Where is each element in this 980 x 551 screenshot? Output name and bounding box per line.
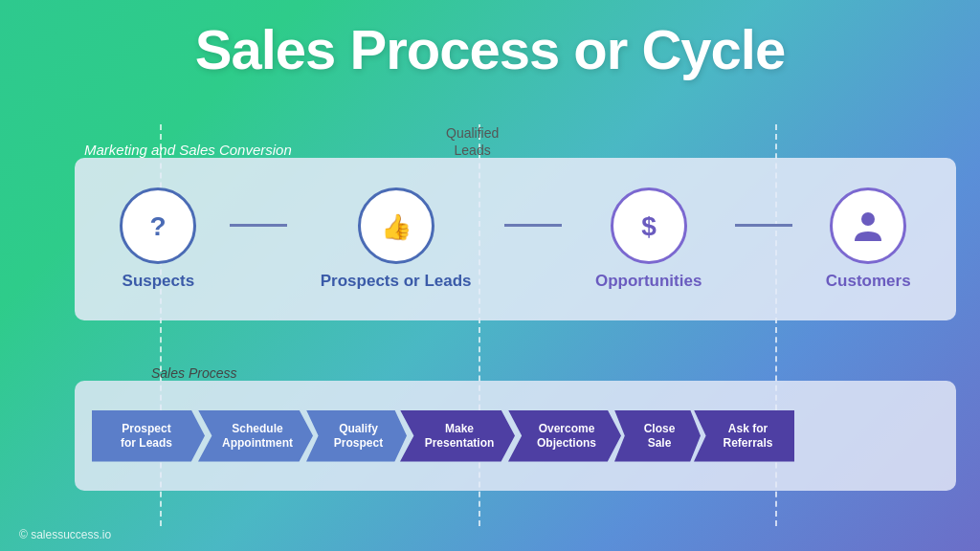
- marketing-label: Marketing and Sales Conversion: [84, 142, 292, 158]
- step-ask-referrals: Ask for Referrals: [694, 410, 794, 462]
- question-icon: ?: [139, 207, 177, 245]
- copyright-text: © salessuccess.io: [19, 528, 111, 541]
- svg-text:$: $: [641, 211, 657, 241]
- opportunities-label: Opportunities: [595, 272, 702, 291]
- suspects-label: Suspects: [122, 272, 195, 291]
- stage-opportunities: $ Opportunities: [595, 187, 702, 291]
- svg-point-3: [861, 212, 875, 226]
- person-icon: [849, 207, 887, 245]
- bottom-panel: Prospect for Leads Schedule Appointment …: [75, 381, 956, 491]
- connector-3: [735, 224, 792, 227]
- stage-suspects: ? Suspects: [120, 187, 196, 291]
- customers-circle: [830, 187, 906, 264]
- step-close-sale: Close Sale: [614, 410, 701, 462]
- qualified-leads-label: QualifiedLeads: [446, 124, 499, 159]
- step-make-presentation: Make Presentation: [400, 410, 515, 462]
- svg-text:?: ?: [150, 211, 167, 241]
- customers-label: Customers: [826, 272, 911, 291]
- step-schedule-appointment: Schedule Appointment: [198, 410, 313, 462]
- step-prospect-leads: Prospect for Leads: [92, 410, 205, 462]
- prospects-circle: 👍: [358, 187, 434, 264]
- prospects-label: Prospects or Leads: [321, 272, 472, 291]
- step-qualify-prospect: Qualify Prospect: [306, 410, 407, 462]
- connector-1: [230, 224, 287, 227]
- page-title: Sales Process or Cycle: [0, 0, 980, 81]
- thumbsup-icon: 👍: [377, 207, 415, 245]
- svg-text:👍: 👍: [381, 211, 412, 242]
- sales-process-label: Sales Process: [151, 365, 236, 381]
- suspects-circle: ?: [120, 187, 196, 264]
- step-overcome-objections: Overcome Objections: [508, 410, 621, 462]
- connector-2: [504, 224, 562, 227]
- dollar-icon: $: [630, 207, 668, 245]
- stage-customers: Customers: [826, 187, 911, 291]
- top-panel: ? Suspects 👍 Prospects or Leads $ Opport…: [75, 158, 956, 320]
- stage-prospects: 👍 Prospects or Leads: [321, 187, 472, 291]
- opportunities-circle: $: [611, 187, 687, 264]
